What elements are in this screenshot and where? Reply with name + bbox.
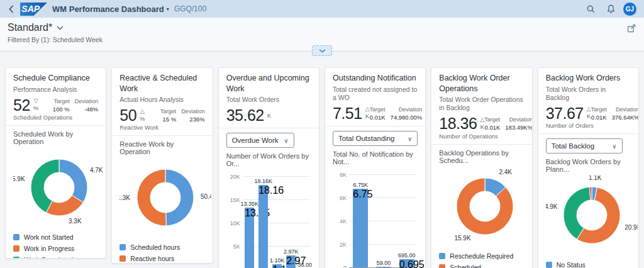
- y-axis-label: 0: [333, 265, 347, 268]
- card-filter-dropdown[interactable]: Overdue Work∨: [226, 133, 294, 148]
- legend-item[interactable]: Scheduled: [439, 264, 524, 268]
- kpi-card[interactable]: Schedule CompliancePerformance Analysis5…: [5, 67, 106, 259]
- card-subtitle: Performance Analysis: [13, 86, 98, 94]
- chart-title: Total No. of Notification by Not...: [333, 150, 418, 165]
- dropdown-chevron-icon: ∨: [612, 143, 616, 150]
- kpi-card[interactable]: Outstanding NotificationTotal created no…: [325, 67, 426, 268]
- bar[interactable]: 0.059: [376, 267, 391, 268]
- donut-chart[interactable]: 1.11.1K20.920.9K14.914.9K0.5: [546, 176, 631, 257]
- bar[interactable]: 2.97: [286, 255, 296, 268]
- donut-chart[interactable]: 2.42.4K15.915.9K: [439, 167, 524, 248]
- legend-label: Reschedule Required: [450, 252, 513, 260]
- bar[interactable]: 6.75: [353, 189, 368, 267]
- donut-slice-value: 1.1K: [589, 176, 602, 181]
- donut-slice-value: 50.4K: [201, 194, 211, 201]
- target-deviation-block: Target0.01KDeviation74,980.00%: [370, 106, 423, 121]
- bar-value-label: 36.00: [297, 262, 312, 268]
- card-filter-dropdown[interactable]: Total Backlog∨: [546, 138, 623, 154]
- y-axis-label: 4K: [333, 218, 347, 225]
- card-filter-dropdown[interactable]: Total Outstanding∨: [333, 131, 418, 146]
- donut-chart[interactable]: 4.74.7K3.33.3K5.95.9K: [13, 148, 98, 230]
- deviation-label: Deviation: [505, 116, 532, 123]
- target-value: 100 %: [53, 106, 70, 113]
- dropdown-value: Overdue Work: [232, 137, 279, 144]
- search-icon[interactable]: [583, 1, 598, 16]
- deviation-value: 183.49K%: [505, 124, 532, 131]
- target-label: Target: [160, 108, 176, 114]
- bar[interactable]: 1.1: [272, 264, 282, 268]
- legend-item[interactable]: Scheduled hours: [119, 243, 204, 251]
- kpi-card[interactable]: Backlog Work Order OperationsTotal Work …: [431, 67, 532, 268]
- donut-slice-value: 4.7K: [90, 167, 103, 174]
- kpi-label: Scheduled Operations: [13, 114, 98, 121]
- chart-legend: Reschedule RequiredScheduled: [439, 252, 524, 268]
- filter-summary[interactable]: Filtered By (1): Scheduled Week: [8, 36, 103, 43]
- kpi-card[interactable]: Backlog Work OrdersTotal Work Orders in …: [538, 67, 639, 268]
- deviation-value: 376.64K%: [612, 114, 639, 121]
- card-title: Backlog Work Orders: [546, 73, 631, 84]
- card-divider: [219, 128, 319, 128]
- bar-chart[interactable]: 02K4K6K8K6.756.75KM10.05959.00M20.695695…: [333, 167, 418, 268]
- legend-item[interactable]: Reschedule Required: [439, 252, 524, 260]
- legend-label: Work not Started: [24, 233, 74, 241]
- target-deviation-block: Target0.01KDeviation183.49K%: [484, 116, 532, 131]
- kpi-card[interactable]: Reactive & Scheduled WorkActual Hours An…: [111, 67, 213, 264]
- bar[interactable]: 13.35: [245, 208, 254, 268]
- system-id: GGQ/100: [174, 4, 206, 13]
- trend-up-icon: △: [587, 106, 591, 113]
- bar-chart[interactable]: 05K10K15K20K13.3513.35KPM0118.1618.16KPM…: [226, 169, 311, 268]
- donut-chart[interactable]: 50.450.4K51.351.3K: [119, 158, 204, 240]
- chart-title: Scheduled Work by Operation: [13, 130, 98, 145]
- deviation-value: -48%: [75, 106, 99, 113]
- back-chevron-icon: [9, 5, 14, 13]
- chart-title: Backlog Work Orders by Plann...: [546, 158, 631, 173]
- donut-slice-value: 2.4K: [499, 168, 513, 175]
- kpi-row: 18.36△KTarget0.01KDeviation183.49K%: [439, 115, 524, 131]
- legend-item[interactable]: No Status: [546, 261, 631, 268]
- donut-slice[interactable]: 50.4: [165, 169, 194, 226]
- user-avatar[interactable]: GJ: [623, 3, 636, 16]
- app-title-menu[interactable]: WM Performance Dashboard ▾: [52, 4, 169, 14]
- legend-label: Work Completed: [24, 256, 73, 259]
- bar-value-label: 13.35K: [240, 201, 258, 207]
- gridline: [349, 174, 416, 175]
- dashboard-content: Schedule CompliancePerformance Analysis5…: [0, 52, 644, 268]
- kpi-row: 52▽%Target100 %Deviation-48%: [13, 97, 98, 113]
- card-title: Outstanding Notification: [333, 73, 418, 84]
- trend-up-icon: △: [365, 106, 370, 113]
- legend-swatch-icon: [13, 245, 19, 252]
- variant-selector[interactable]: Standard*: [8, 22, 64, 33]
- legend-swatch-icon: [439, 253, 445, 259]
- bar-value-label: 59.00: [377, 260, 391, 266]
- bar[interactable]: 18.16: [258, 185, 268, 268]
- sap-logo[interactable]: SAP: [20, 3, 47, 16]
- card-divider: [538, 133, 638, 134]
- target-value: 15 %: [160, 116, 176, 123]
- target-value: 0.01K: [484, 124, 500, 131]
- card-divider: [325, 126, 425, 126]
- deviation-label: Deviation: [612, 106, 639, 113]
- kpi-row: 37.67△KTarget0.01KDeviation376.64K%: [546, 105, 631, 121]
- bar-value-label: 6.75K: [353, 182, 369, 188]
- share-icon[interactable]: [627, 23, 636, 35]
- legend-item[interactable]: Work not Started: [13, 233, 98, 241]
- notifications-bell-icon[interactable]: [603, 1, 618, 16]
- bar[interactable]: 0.695: [399, 259, 414, 267]
- kpi-card[interactable]: Overdue and Upcoming WorkTotal Work Orde…: [218, 67, 319, 268]
- card-divider: [431, 144, 531, 145]
- chevron-down-icon: [57, 26, 64, 30]
- legend-item[interactable]: Work in Progress: [13, 245, 98, 252]
- card-title: Backlog Work Order Operations: [439, 73, 524, 94]
- legend-item[interactable]: Reactive hours: [119, 255, 204, 262]
- deviation-value: 74,980.00%: [391, 114, 423, 121]
- legend-label: Scheduled hours: [130, 243, 180, 251]
- kpi-value: 52: [13, 97, 30, 113]
- legend-label: No Status: [557, 261, 586, 268]
- card-subtitle: Total Work Order Operations in Backlog: [439, 96, 524, 112]
- collapse-header-button[interactable]: [312, 45, 332, 56]
- legend-item[interactable]: Work Completed: [13, 256, 98, 259]
- donut-slice[interactable]: 51.3: [137, 169, 166, 226]
- target-label: Target: [53, 98, 70, 104]
- back-button[interactable]: [8, 4, 15, 14]
- y-axis-label: 5K: [226, 243, 240, 250]
